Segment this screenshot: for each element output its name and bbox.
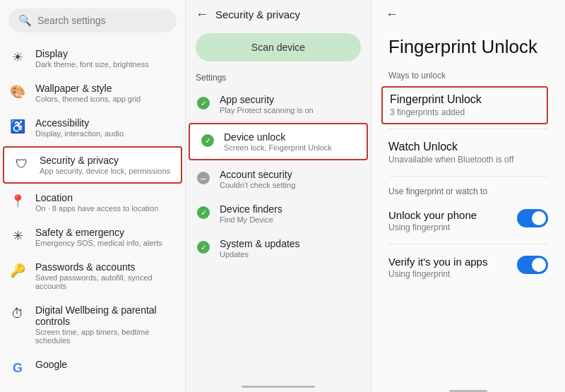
sidebar-item-location[interactable]: 📍 Location On · 8 apps have access to lo… <box>0 185 185 220</box>
app-security-status-icon: ✓ <box>196 95 211 111</box>
sidebar-item-passwords-title: Passwords & accounts <box>35 261 175 273</box>
accessibility-icon: ♿ <box>10 119 25 134</box>
device-unlock-subtitle: Screen lock, Fingerprint Unlock <box>224 143 332 152</box>
mid-item-system-updates[interactable]: ✓ System & updates Updates <box>186 231 371 266</box>
device-finders-title: Device finders <box>220 203 282 215</box>
sidebar-item-wallpaper-title: Wallpaper & style <box>35 83 141 94</box>
system-updates-title: System & updates <box>220 238 300 249</box>
mid-panel-title: Security & privacy <box>215 8 300 20</box>
fingerprint-unlock-title: Fingerprint Unlock <box>390 93 540 106</box>
verify-apps-toggle[interactable] <box>517 256 548 274</box>
right-back-button[interactable]: ← <box>386 7 398 22</box>
sidebar-item-passwords-subtitle: Saved passwords, autofill, synced accoun… <box>35 273 175 290</box>
sidebar-item-google-title: Google <box>35 359 67 370</box>
google-icon: G <box>10 360 25 376</box>
account-security-status-icon: – <box>196 170 211 186</box>
verify-apps-toggle-title: Verify it's you in apps <box>388 256 487 268</box>
right-main-content: Fingerprint Unlock Ways to unlock Finger… <box>371 29 565 390</box>
right-header: ← <box>371 0 565 29</box>
passwords-icon: 🔑 <box>10 263 25 278</box>
mid-item-account-security[interactable]: – Account security Couldn't check settin… <box>186 162 371 196</box>
mid-item-device-finders[interactable]: ✓ Device finders Find My Device <box>186 196 371 231</box>
watch-unlock-title: Watch Unlock <box>388 141 548 153</box>
device-unlock-status-icon: ✓ <box>200 133 215 148</box>
sidebar-item-accessibility-title: Accessibility <box>35 117 124 129</box>
app-security-subtitle: Play Protect scanning is on <box>220 106 314 114</box>
unlock-phone-toggle-subtitle: Using fingerprint <box>388 222 477 232</box>
display-icon: ☀ <box>10 49 25 65</box>
account-security-title: Account security <box>220 169 295 180</box>
use-fingerprint-label: Use fingerprint or watch to <box>388 186 548 196</box>
sidebar-item-safety-title: Safety & emergency <box>35 227 162 238</box>
wallpaper-icon: 🎨 <box>10 84 25 100</box>
security-icon: 🛡 <box>14 156 30 172</box>
safety-icon: ✳ <box>10 228 25 244</box>
search-bar[interactable]: 🔍 <box>8 8 177 32</box>
scan-device-button[interactable]: Scan device <box>196 33 361 61</box>
sidebar-item-location-title: Location <box>35 192 158 203</box>
mid-header: ← Security & privacy <box>186 0 371 29</box>
nav-items: ☀ Display Dark theme, font size, brightn… <box>0 38 185 392</box>
middle-panel: ← Security & privacy Scan device Setting… <box>186 0 371 392</box>
unlock-phone-toggle-title: Unlock your phone <box>388 209 477 221</box>
sidebar-item-security-subtitle: App security, device lock, permissions <box>40 167 170 175</box>
sidebar-item-display-title: Display <box>35 48 149 59</box>
left-panel: 🔍 ☀ Display Dark theme, font size, brigh… <box>0 0 186 392</box>
divider-1 <box>388 129 548 129</box>
mid-item-device-unlock[interactable]: ✓ Device unlock Screen lock, Fingerprint… <box>189 123 368 160</box>
wellbeing-icon: ⏱ <box>10 306 25 321</box>
sidebar-item-security[interactable]: 🛡 Security & privacy App security, devic… <box>3 146 182 184</box>
watch-unlock-subtitle: Unavailable when Bluetooth is off <box>388 155 548 165</box>
toggle-row-verify-apps: Verify it's you in apps Using fingerprin… <box>388 249 548 286</box>
location-icon: 📍 <box>10 194 25 209</box>
device-finders-subtitle: Find My Device <box>220 215 282 224</box>
mid-section-label: Settings <box>186 70 371 87</box>
fingerprint-unlock-subtitle: 3 fingerprints added <box>390 107 540 117</box>
divider-3 <box>388 244 548 244</box>
sidebar-item-google[interactable]: G Google <box>0 352 185 383</box>
device-finders-status-icon: ✓ <box>196 205 211 220</box>
divider-2 <box>388 176 548 177</box>
toggle-row-unlock-phone: Unlock your phone Using fingerprint <box>388 202 548 239</box>
sidebar-item-location-subtitle: On · 8 apps have access to location <box>35 204 158 213</box>
right-panel: ← Fingerprint Unlock Ways to unlock Fing… <box>371 0 565 392</box>
sidebar-item-wellbeing-subtitle: Screen time, app timers, bedtime schedul… <box>35 328 175 345</box>
verify-apps-toggle-subtitle: Using fingerprint <box>388 269 487 279</box>
system-updates-status-icon: ✓ <box>196 239 211 255</box>
sidebar-item-wallpaper[interactable]: 🎨 Wallpaper & style Colors, themed icons… <box>0 76 185 110</box>
right-item-fingerprint-unlock[interactable]: Fingerprint Unlock 3 fingerprints added <box>381 86 548 124</box>
sidebar-item-wellbeing[interactable]: ⏱ Digital Wellbeing & parental controls … <box>0 297 185 352</box>
mid-item-app-security[interactable]: ✓ App security Play Protect scanning is … <box>186 87 371 121</box>
mid-items-list: ✓ App security Play Protect scanning is … <box>186 87 371 381</box>
account-security-subtitle: Couldn't check setting <box>220 181 295 189</box>
mid-scroll-indicator <box>242 386 316 388</box>
sidebar-item-wellbeing-title: Digital Wellbeing & parental controls <box>35 304 175 327</box>
mid-back-button[interactable]: ← <box>196 7 208 22</box>
sidebar-item-accessibility[interactable]: ♿ Accessibility Display, interaction, au… <box>0 110 185 145</box>
sidebar-item-security-title: Security & privacy <box>40 155 170 166</box>
search-input[interactable] <box>37 15 167 26</box>
ways-to-unlock-label: Ways to unlock <box>388 71 548 81</box>
system-updates-subtitle: Updates <box>220 250 300 259</box>
right-item-watch-unlock[interactable]: Watch Unlock Unavailable when Bluetooth … <box>388 133 548 172</box>
sidebar-item-safety[interactable]: ✳ Safety & emergency Emergency SOS, medi… <box>0 220 185 254</box>
sidebar-item-display[interactable]: ☀ Display Dark theme, font size, brightn… <box>0 41 185 76</box>
sidebar-item-safety-subtitle: Emergency SOS, medical info, alerts <box>35 239 162 247</box>
sidebar-item-passwords[interactable]: 🔑 Passwords & accounts Saved passwords, … <box>0 254 185 297</box>
page-title: Fingerprint Unlock <box>388 36 548 58</box>
app-security-title: App security <box>220 94 314 105</box>
unlock-phone-toggle[interactable] <box>517 209 548 227</box>
sidebar-item-display-subtitle: Dark theme, font size, brightness <box>35 60 149 69</box>
device-unlock-title: Device unlock <box>224 131 332 143</box>
search-icon: 🔍 <box>18 14 32 27</box>
sidebar-item-wallpaper-subtitle: Colors, themed icons, app grid <box>35 95 141 103</box>
sidebar-item-accessibility-subtitle: Display, interaction, audio <box>35 129 124 138</box>
